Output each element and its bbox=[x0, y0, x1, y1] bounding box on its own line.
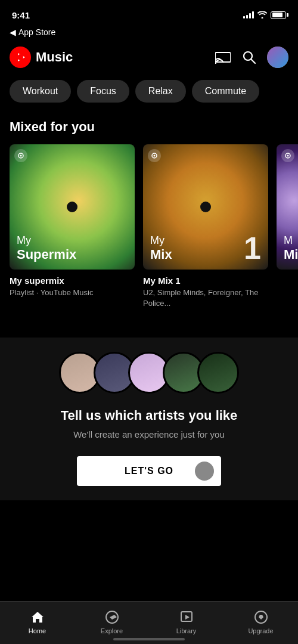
mixed-for-you-title: Mixed for you bbox=[0, 114, 298, 144]
chip-relax[interactable]: Relax bbox=[135, 80, 186, 103]
mix1-number: 1 bbox=[244, 233, 261, 264]
mood-chips-row: Workout Focus Relax Commute bbox=[0, 75, 298, 114]
back-arrow-icon: ◀ bbox=[10, 27, 16, 37]
chip-focus[interactable]: Focus bbox=[77, 80, 129, 103]
mymix2-overlay-icon bbox=[281, 149, 294, 162]
promo-title: Tell us which artists you like bbox=[10, 408, 288, 423]
supermix-thumb: My Supermix bbox=[10, 144, 135, 270]
supermix-title: My supermix bbox=[10, 275, 135, 286]
mymix2-thumb: M Mi bbox=[277, 144, 298, 270]
svg-line-6 bbox=[252, 60, 256, 64]
cast-icon bbox=[215, 51, 231, 64]
youtube-music-logo bbox=[10, 47, 31, 68]
header-actions bbox=[215, 47, 288, 68]
vinyl-center-2 bbox=[200, 202, 211, 212]
signal-icon bbox=[243, 11, 254, 18]
svg-point-12 bbox=[287, 155, 289, 157]
nav-home[interactable]: Home bbox=[0, 602, 74, 644]
nav-library-label: Library bbox=[176, 627, 197, 634]
wifi-icon bbox=[257, 11, 267, 18]
vinyl-center bbox=[67, 202, 77, 212]
app-header: Music bbox=[0, 42, 298, 75]
svg-point-2 bbox=[17, 54, 23, 60]
nav-explore-label: Explore bbox=[101, 627, 123, 634]
chip-commute[interactable]: Commute bbox=[192, 80, 259, 103]
nav-upgrade-label: Upgrade bbox=[248, 627, 273, 634]
explore-icon bbox=[104, 609, 120, 625]
svg-marker-18 bbox=[259, 615, 263, 620]
mymix2-card[interactable]: M Mi bbox=[277, 144, 298, 309]
svg-point-4 bbox=[215, 63, 216, 64]
home-indicator bbox=[113, 638, 185, 640]
mymix1-title: My Mix 1 bbox=[143, 275, 268, 286]
supermix-overlay-icon bbox=[14, 149, 27, 162]
avatar-image bbox=[267, 47, 288, 68]
cast-button[interactable] bbox=[215, 49, 231, 66]
artist-avatar-5 bbox=[197, 352, 239, 394]
upgrade-icon bbox=[253, 609, 269, 625]
nav-home-label: Home bbox=[29, 627, 46, 634]
mymix1-card[interactable]: My Mix 1 My Mix 1 U2, Simple Minds, Fore… bbox=[143, 144, 268, 309]
artist-promo-section: Tell us which artists you like We'll cre… bbox=[0, 338, 298, 500]
status-bar: 9:41 bbox=[0, 0, 298, 26]
mymix1-overlay-icon bbox=[148, 149, 161, 162]
svg-marker-16 bbox=[185, 615, 190, 620]
home-icon bbox=[30, 609, 45, 625]
mymix1-thumb: My Mix 1 bbox=[143, 144, 268, 270]
back-nav[interactable]: ◀ App Store bbox=[0, 26, 298, 42]
back-label: App Store bbox=[18, 27, 55, 37]
chip-workout[interactable]: Workout bbox=[10, 80, 71, 103]
mymix2-overlay-text: M Mi bbox=[284, 234, 298, 262]
supermix-subtitle: Playlist · YouTube Music bbox=[10, 287, 135, 298]
app-logo: Music bbox=[10, 47, 73, 68]
supermix-card[interactable]: My Supermix My supermix Playlist · YouTu… bbox=[10, 144, 135, 309]
supermix-overlay-text: My Supermix bbox=[17, 234, 76, 262]
mymix1-overlay-text: My Mix bbox=[150, 234, 172, 262]
status-time: 9:41 bbox=[12, 10, 30, 20]
battery-icon bbox=[271, 11, 286, 19]
svg-point-8 bbox=[20, 155, 22, 157]
app-title: Music bbox=[36, 49, 73, 65]
svg-marker-14 bbox=[110, 615, 117, 620]
account-avatar[interactable] bbox=[267, 47, 288, 68]
mixed-cards-row: My Supermix My supermix Playlist · YouTu… bbox=[0, 144, 298, 309]
mymix1-subtitle: U2, Simple Minds, Foreigner, The Police.… bbox=[143, 287, 268, 309]
search-icon bbox=[242, 50, 256, 64]
search-button[interactable] bbox=[241, 49, 257, 66]
nav-upgrade[interactable]: Upgrade bbox=[224, 602, 298, 644]
lets-go-button[interactable]: LET'S GO bbox=[77, 456, 221, 486]
promo-subtitle: We'll create an experience just for you bbox=[10, 429, 288, 439]
status-icons bbox=[243, 11, 286, 19]
loading-circle bbox=[195, 462, 214, 481]
artist-avatars-row bbox=[10, 352, 288, 394]
svg-point-10 bbox=[154, 155, 156, 157]
library-icon bbox=[179, 609, 194, 625]
